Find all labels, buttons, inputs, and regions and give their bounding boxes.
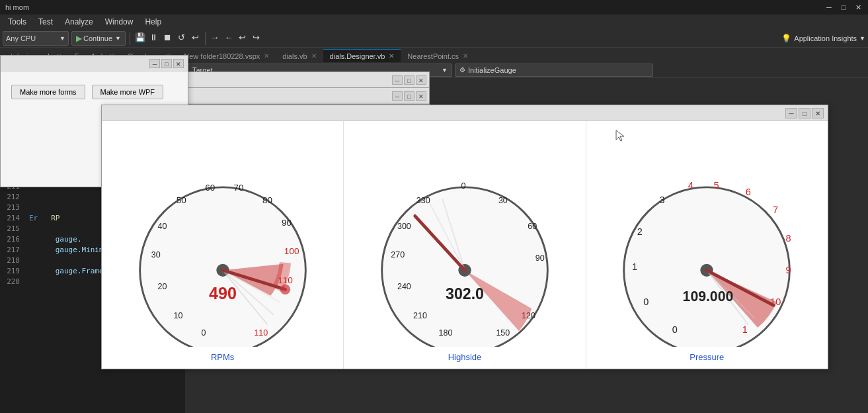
svg-text:2: 2 <box>637 226 643 237</box>
title-bar-controls: ─ □ ✕ <box>824 3 863 12</box>
tab-nearestpoint-label: NearestPoint.cs <box>407 52 459 60</box>
toolbar-icons: 💾 ⏸ ⏹ ↺ ↩ → ← ↩ ↪ <box>134 32 262 45</box>
gauge-controls: ─ □ ✕ <box>785 108 824 118</box>
menu-bar: Tools Test Analyze Window Help <box>0 15 868 29</box>
win2-minimize[interactable]: ─ <box>392 75 403 85</box>
wpf-titlebar: ─ □ ✕ <box>1 56 188 71</box>
gauge-maximize[interactable]: □ <box>799 108 810 118</box>
win2-maximize[interactable]: □ <box>404 75 414 85</box>
gauge-svg-pressure: 3 2 1 0 0 5 6 7 8 9 10 1 4 <box>611 168 803 347</box>
svg-text:0: 0 <box>201 328 206 338</box>
tab-dials-designer-label: dials.Designer.vb <box>330 52 385 60</box>
insights-chevron-icon: ▼ <box>859 35 865 42</box>
step-icon[interactable]: ↩ <box>190 32 202 44</box>
restart-icon[interactable]: ↺ <box>176 32 188 44</box>
stop-icon[interactable]: ⏹ <box>162 32 174 44</box>
wpf-maximize[interactable]: □ <box>161 59 172 68</box>
tab-dials-close[interactable]: ✕ <box>311 52 317 60</box>
stepback-icon[interactable]: ↩ <box>237 32 249 44</box>
toolbar: Any CPU ▼ ▶ Continue ▼ 💾 ⏸ ⏹ ↺ ↩ → ← ↩ ↪… <box>0 29 868 48</box>
svg-text:330: 330 <box>416 196 430 205</box>
save-icon[interactable]: 💾 <box>134 32 146 44</box>
win3-close[interactable]: ✕ <box>416 91 426 101</box>
method-label: InitializeGauge <box>468 66 516 74</box>
svg-text:8: 8 <box>786 233 791 244</box>
svg-text:70: 70 <box>233 183 243 193</box>
continue-button[interactable]: ▶ Continue ▼ <box>71 31 126 46</box>
forward-icon[interactable]: → <box>209 32 221 44</box>
menu-test[interactable]: Test <box>33 16 58 28</box>
stepforward-icon[interactable]: ↪ <box>251 32 262 44</box>
svg-text:3: 3 <box>660 195 665 205</box>
svg-text:240: 240 <box>397 282 411 291</box>
back-icon[interactable]: ← <box>223 32 235 44</box>
method-icon: ⚙ <box>459 66 465 73</box>
menu-tools[interactable]: Tools <box>3 16 32 28</box>
menu-window[interactable]: Window <box>100 16 139 28</box>
method-dropdown[interactable]: ⚙ InitializeGauge <box>455 64 653 77</box>
tab-nearestpoint-close[interactable]: ✕ <box>463 52 468 60</box>
gauge-panel-highside: 300 270 240 210 180 150 120 330 0 30 60 … <box>344 121 586 369</box>
tab-newfolder-label: New folder180228.vspx <box>184 52 260 60</box>
gauge-titlebar: ─ □ ✕ <box>102 105 828 121</box>
svg-text:90: 90 <box>535 253 545 263</box>
insights-icon: 💡 <box>781 34 791 43</box>
close-button[interactable]: ✕ <box>853 3 863 12</box>
menu-analyze[interactable]: Analyze <box>59 16 99 28</box>
svg-text:30: 30 <box>498 196 508 205</box>
win3-controls: ─ □ ✕ <box>392 91 426 101</box>
wpf-minimize[interactable]: ─ <box>149 59 160 68</box>
tab-dials-designer-close[interactable]: ✕ <box>389 52 394 60</box>
gauge-close[interactable]: ✕ <box>812 108 824 118</box>
gauge-content: 50 60 70 80 90 100 110 40 <box>102 121 828 369</box>
win3-maximize[interactable]: □ <box>404 91 414 101</box>
gauge-minimize[interactable]: ─ <box>785 108 797 118</box>
app-insights-label: Application Insights <box>794 34 857 42</box>
tab-dials-designer[interactable]: dials.Designer.vb ✕ <box>323 49 401 62</box>
make-forms-button[interactable]: Make more forms <box>11 85 85 99</box>
pause-icon[interactable]: ⏸ <box>148 32 160 44</box>
app-title: hi mom <box>5 3 824 11</box>
continue-label: Continue <box>83 34 112 42</box>
svg-text:0: 0 <box>461 181 466 191</box>
toolbar-separator-2 <box>205 32 206 45</box>
svg-text:300: 300 <box>397 222 411 231</box>
svg-text:0: 0 <box>644 297 649 307</box>
svg-text:270: 270 <box>391 250 405 259</box>
tab-newfolder[interactable]: New folder180228.vspx ✕ <box>177 49 276 62</box>
svg-text:5: 5 <box>714 180 719 191</box>
cpu-chevron-icon: ▼ <box>59 35 65 42</box>
gauge-svg-rpms: 50 60 70 80 90 100 110 40 <box>127 168 319 347</box>
tab-nearestpoint[interactable]: NearestPoint.cs ✕ <box>401 49 475 62</box>
menu-help[interactable]: Help <box>139 16 167 28</box>
rpms-label: RPMs <box>211 352 234 362</box>
win2-controls: ─ □ ✕ <box>392 75 426 85</box>
svg-text:0: 0 <box>672 324 678 335</box>
wpf-close[interactable]: ✕ <box>173 59 184 68</box>
win2-close[interactable]: ✕ <box>416 75 426 85</box>
svg-text:1: 1 <box>632 261 637 272</box>
tab-dials[interactable]: dials.vb ✕ <box>276 49 323 62</box>
svg-text:210: 210 <box>413 311 427 320</box>
svg-text:6: 6 <box>746 187 751 197</box>
wpf-controls: ─ □ ✕ <box>149 59 184 68</box>
win3-minimize[interactable]: ─ <box>392 91 403 101</box>
tab-dials-label: dials.vb <box>282 52 307 60</box>
continue-chevron-icon: ▼ <box>115 35 121 42</box>
cpu-dropdown[interactable]: Any CPU ▼ <box>3 31 69 46</box>
tab-newfolder-close[interactable]: ✕ <box>264 52 269 60</box>
make-wpf-button[interactable]: Make more WPF <box>92 85 164 99</box>
gauge-window: ─ □ ✕ 50 60 70 80 <box>101 105 828 369</box>
svg-text:80: 80 <box>262 195 272 205</box>
svg-text:150: 150 <box>496 328 510 338</box>
svg-text:40: 40 <box>157 222 167 231</box>
minimize-button[interactable]: ─ <box>824 3 834 12</box>
svg-text:50: 50 <box>176 195 186 205</box>
gauge-panel-rpms: 50 60 70 80 90 100 110 40 <box>102 121 344 369</box>
cpu-label: Any CPU <box>6 34 36 42</box>
svg-text:110: 110 <box>254 328 268 338</box>
svg-text:60: 60 <box>528 222 537 231</box>
svg-text:109.000: 109.000 <box>683 289 734 304</box>
svg-text:4: 4 <box>688 180 693 191</box>
maximize-button[interactable]: □ <box>839 3 848 12</box>
